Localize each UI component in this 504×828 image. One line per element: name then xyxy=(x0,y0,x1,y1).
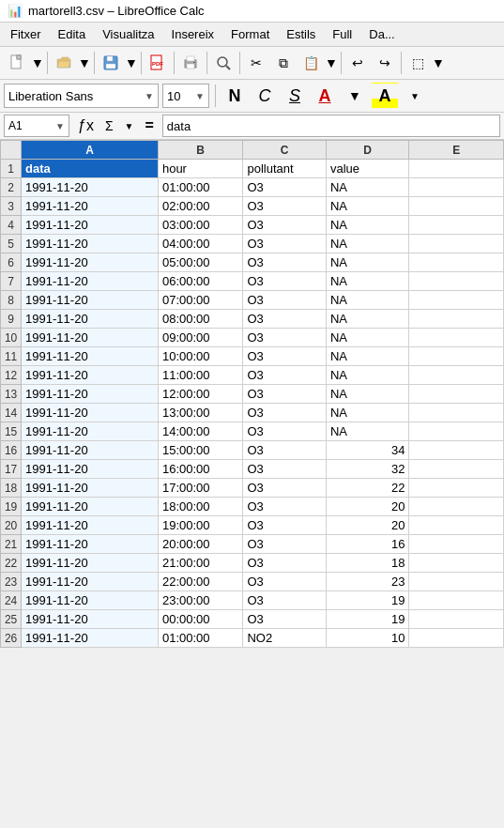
cell-e[interactable] xyxy=(409,516,504,535)
cell-a[interactable]: 1991-11-20 xyxy=(22,216,159,235)
cell-d[interactable]: 22 xyxy=(326,479,408,498)
equals-button[interactable]: = xyxy=(140,115,158,136)
cell-b[interactable]: 15:00:00 xyxy=(158,441,243,460)
cell-d[interactable]: NA xyxy=(326,329,408,347)
bold-button[interactable]: N xyxy=(221,83,248,109)
menu-fitxer[interactable]: Fitxer xyxy=(4,24,48,44)
cell-c[interactable]: O3 xyxy=(243,441,326,460)
cell-e[interactable] xyxy=(409,535,504,554)
menu-estils[interactable]: Estils xyxy=(280,24,322,44)
cell-d[interactable]: NA xyxy=(326,310,408,329)
cell-d[interactable]: NA xyxy=(326,197,408,216)
cell-c[interactable]: O3 xyxy=(243,535,326,554)
cell-b[interactable]: 23:00:00 xyxy=(158,591,243,610)
cell-c[interactable]: O3 xyxy=(243,385,326,404)
menu-visualitza[interactable]: Visualitza xyxy=(96,24,160,44)
cell-d[interactable]: NA xyxy=(326,272,408,291)
font-color-btn[interactable]: ▼ xyxy=(342,83,368,109)
cell-d[interactable]: NA xyxy=(326,385,408,404)
cell-e[interactable] xyxy=(409,573,504,591)
font-size-selector[interactable]: 10 ▼ xyxy=(162,84,209,108)
open-dropdown[interactable]: ▼ xyxy=(78,50,91,76)
cell-e[interactable] xyxy=(409,235,504,253)
italic-button[interactable]: C xyxy=(252,83,278,109)
cell-a[interactable]: 1991-11-20 xyxy=(22,554,159,573)
extra-dropdown[interactable]: ▼ xyxy=(432,50,445,76)
new-button[interactable] xyxy=(4,50,30,76)
pdf-button[interactable]: PDF xyxy=(145,50,171,76)
cell-d[interactable]: NA xyxy=(326,235,408,253)
cell-b[interactable]: 01:00:00 xyxy=(158,629,243,648)
cell-d[interactable]: value xyxy=(326,160,408,178)
cell-e[interactable] xyxy=(409,329,504,347)
cell-c[interactable]: O3 xyxy=(243,573,326,591)
cell-a[interactable]: 1991-11-20 xyxy=(22,591,159,610)
undo-button[interactable]: ↩ xyxy=(344,50,371,76)
cell-b[interactable]: 22:00:00 xyxy=(158,573,243,591)
col-header-b[interactable]: B xyxy=(158,141,243,160)
cell-d[interactable]: NA xyxy=(326,291,408,310)
cell-a[interactable]: 1991-11-20 xyxy=(22,272,159,291)
cell-a[interactable]: 1991-11-20 xyxy=(22,460,159,479)
cell-b[interactable]: 01:00:00 xyxy=(158,178,243,197)
menu-edita[interactable]: Edita xyxy=(52,24,93,44)
sum-button[interactable]: Σ xyxy=(100,115,118,136)
cell-b[interactable]: 08:00:00 xyxy=(158,310,243,329)
cell-d[interactable]: 32 xyxy=(326,460,408,479)
cell-b[interactable]: 13:00:00 xyxy=(158,404,243,422)
menu-da[interactable]: Da... xyxy=(362,24,401,44)
cell-reference-box[interactable]: A1 ▼ xyxy=(4,115,69,137)
cell-c[interactable]: pollutant xyxy=(243,160,326,178)
new-dropdown[interactable]: ▼ xyxy=(31,50,44,76)
col-header-d[interactable]: D xyxy=(326,141,408,160)
cut-button[interactable]: ✂ xyxy=(243,50,269,76)
cell-d[interactable]: 16 xyxy=(326,535,408,554)
cell-c[interactable]: O3 xyxy=(243,347,326,366)
cell-d[interactable]: 10 xyxy=(326,629,408,648)
cell-d[interactable]: 34 xyxy=(326,441,408,460)
cell-a[interactable]: 1991-11-20 xyxy=(22,235,159,253)
formula-input[interactable] xyxy=(162,115,500,137)
cell-b[interactable]: 05:00:00 xyxy=(158,253,243,272)
col-header-e[interactable]: E xyxy=(409,141,504,160)
cell-a[interactable]: 1991-11-20 xyxy=(22,310,159,329)
cell-a[interactable]: 1991-11-20 xyxy=(22,422,159,441)
cell-b[interactable]: 03:00:00 xyxy=(158,216,243,235)
save-dropdown[interactable]: ▼ xyxy=(125,50,138,76)
cell-a[interactable]: 1991-11-20 xyxy=(22,347,159,366)
cell-a[interactable]: 1991-11-20 xyxy=(22,329,159,347)
cell-a[interactable]: 1991-11-20 xyxy=(22,441,159,460)
cell-c[interactable]: O3 xyxy=(243,554,326,573)
cell-a[interactable]: 1991-11-20 xyxy=(22,629,159,648)
cell-c[interactable]: O3 xyxy=(243,479,326,498)
cell-d[interactable]: NA xyxy=(326,404,408,422)
cell-a[interactable]: 1991-11-20 xyxy=(22,253,159,272)
cell-b[interactable]: 21:00:00 xyxy=(158,554,243,573)
menu-insereix[interactable]: Insereix xyxy=(165,24,221,44)
cell-b[interactable]: 00:00:00 xyxy=(158,610,243,629)
cell-a[interactable]: 1991-11-20 xyxy=(22,479,159,498)
cell-d[interactable]: NA xyxy=(326,366,408,385)
cell-e[interactable] xyxy=(409,554,504,573)
underline-button[interactable]: A xyxy=(312,83,338,109)
cell-a[interactable]: data xyxy=(22,160,159,178)
highlight-btn[interactable]: A xyxy=(372,83,398,109)
cell-c[interactable]: NO2 xyxy=(243,629,326,648)
col-header-c[interactable]: C xyxy=(243,141,326,160)
cell-a[interactable]: 1991-11-20 xyxy=(22,197,159,216)
extra-btn1[interactable]: ⬚ xyxy=(405,50,431,76)
cell-e[interactable] xyxy=(409,366,504,385)
cell-d[interactable]: 23 xyxy=(326,573,408,591)
cell-c[interactable]: O3 xyxy=(243,235,326,253)
cell-b[interactable]: 02:00:00 xyxy=(158,197,243,216)
cell-c[interactable]: O3 xyxy=(243,404,326,422)
cell-c[interactable]: O3 xyxy=(243,197,326,216)
cell-e[interactable] xyxy=(409,404,504,422)
cell-a[interactable]: 1991-11-20 xyxy=(22,178,159,197)
cell-b[interactable]: 20:00:00 xyxy=(158,535,243,554)
cell-e[interactable] xyxy=(409,272,504,291)
cell-a[interactable]: 1991-11-20 xyxy=(22,404,159,422)
cell-a[interactable]: 1991-11-20 xyxy=(22,498,159,516)
cell-e[interactable] xyxy=(409,253,504,272)
find-button[interactable] xyxy=(210,50,237,76)
